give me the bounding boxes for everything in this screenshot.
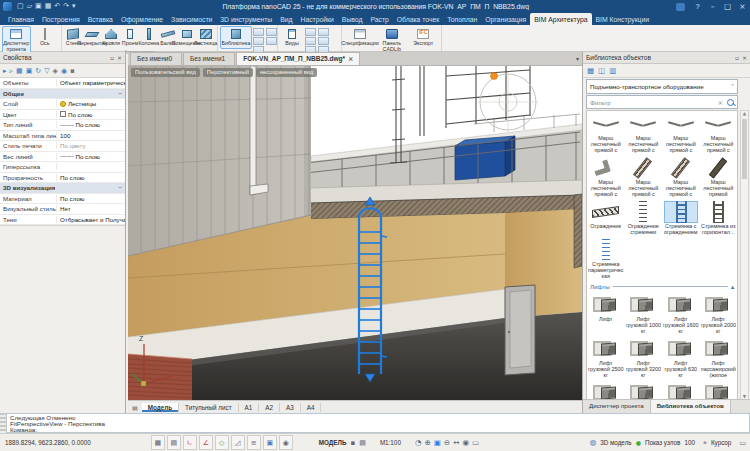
view-icons-icon[interactable]: ▦ bbox=[587, 66, 594, 75]
views-button[interactable]: Виды bbox=[280, 26, 304, 49]
property-row[interactable]: Вес линий По слою bbox=[0, 152, 125, 163]
print-icon[interactable]: ▦ bbox=[45, 0, 52, 13]
library-item[interactable]: Ограждение bbox=[587, 199, 625, 237]
select-icon[interactable]: ▸ bbox=[3, 67, 7, 75]
viewport-label-pill[interactable]: несохраненный вид bbox=[256, 68, 317, 77]
property-row[interactable]: Визуальный стиль Нет bbox=[0, 204, 125, 215]
panel-tab[interactable]: Библиотека объектов bbox=[651, 400, 731, 413]
library-item[interactable]: Марш лестничный прямой с тетивой... bbox=[625, 155, 663, 199]
ribbon-mini-icon[interactable] bbox=[305, 28, 316, 36]
library-item[interactable]: Лифт bbox=[587, 292, 625, 336]
library-item[interactable]: Лифт грузовой 1000 кг bbox=[625, 292, 663, 336]
library-item[interactable]: Марш лестничный прямой с тетивой... bbox=[662, 155, 700, 199]
ribbon-tab[interactable]: Оформление bbox=[117, 13, 167, 25]
view-mode-label[interactable]: 3D модель bbox=[600, 439, 631, 446]
ribbon-tab[interactable]: Вставка bbox=[84, 13, 117, 25]
property-row[interactable]: Тени Отбрасывает и Получает bbox=[0, 215, 125, 226]
library-item[interactable]: Лифт пассажирский (офис, банк, гост... bbox=[700, 380, 738, 400]
library-item[interactable]: Лифт грузовой 3200 кг bbox=[625, 336, 663, 380]
quick-select-icon[interactable]: ▹ bbox=[10, 67, 14, 75]
ribbon-tab[interactable]: Настройки bbox=[297, 13, 338, 25]
grid-toggle[interactable]: ▦ bbox=[151, 435, 165, 450]
sheet-icon[interactable]: ▤ bbox=[359, 439, 366, 447]
scrollbar-thumb[interactable] bbox=[742, 119, 747, 179]
library-item[interactable]: Марш лестничный прямой с площа... bbox=[587, 155, 625, 199]
maximize-button[interactable]: □ bbox=[720, 0, 735, 13]
ribbon-tab[interactable]: Зависимости bbox=[167, 13, 216, 25]
library-item[interactable]: Лифт пассажирский (жилое здание) 6... bbox=[625, 380, 663, 400]
property-row[interactable]: Материал По слою bbox=[0, 194, 125, 205]
layout-list-icon[interactable]: ▤ bbox=[128, 404, 142, 411]
property-row[interactable]: Стиль печати По цвету bbox=[0, 141, 125, 152]
library-item[interactable]: Лифт пассажирский (офис, банк, гост... bbox=[662, 380, 700, 400]
library-item[interactable]: Стремянка параметрическая bbox=[587, 237, 625, 281]
viewport-canvas[interactable]: Z bbox=[128, 66, 582, 400]
ifc-export-button[interactable]: IFC Экспорт bbox=[408, 26, 440, 49]
ortho-toggle[interactable]: ∟ bbox=[183, 435, 197, 450]
zoom-window-icon[interactable]: ▣ bbox=[434, 438, 441, 447]
ribbon-mini-icon[interactable] bbox=[253, 37, 264, 45]
property-row[interactable]: Прозрачность По слою bbox=[0, 173, 125, 184]
otrack-toggle[interactable]: ◿ bbox=[231, 435, 245, 450]
layout-tab[interactable]: Модель bbox=[142, 403, 179, 412]
ribbon-tab[interactable]: BIM Конструкции bbox=[592, 13, 654, 25]
library-item[interactable]: Марш лестничный прямой с панду... bbox=[662, 111, 700, 155]
scale-select[interactable]: М1:100 bbox=[380, 439, 401, 446]
orbit-icon[interactable]: ◉ bbox=[462, 438, 469, 447]
library-item[interactable]: Стремянка из горизонтал... bbox=[700, 199, 738, 237]
ribbon-mini-icon[interactable] bbox=[266, 28, 277, 36]
calc-icon[interactable]: ◉ bbox=[61, 67, 67, 75]
ribbon-tab[interactable]: Топоплан bbox=[443, 13, 481, 25]
property-row[interactable]: Объекты Объект параметрический bbox=[0, 78, 125, 89]
opening-button[interactable]: Проем bbox=[121, 26, 140, 49]
axis-button[interactable]: Ось bbox=[31, 26, 60, 49]
selection-cycling-toggle[interactable]: ◉ bbox=[279, 435, 293, 450]
specifications-button[interactable]: Спецификации bbox=[344, 26, 376, 49]
search-icon[interactable] bbox=[727, 99, 734, 106]
property-row[interactable]: Тип линий По слою bbox=[0, 120, 125, 131]
open-file-icon[interactable]: ▱ bbox=[27, 0, 32, 13]
polar-tracking-toggle[interactable]: ∠ bbox=[199, 435, 213, 450]
document-tab[interactable]: Без имени0 bbox=[130, 52, 182, 65]
property-row[interactable]: 3D визуализация bbox=[0, 183, 125, 194]
cursor-mode-label[interactable]: Курсор bbox=[711, 439, 731, 446]
library-item[interactable]: Лифт грузовой 2500 кг bbox=[587, 336, 625, 380]
copy-properties-icon[interactable]: ▽ bbox=[44, 67, 49, 75]
project-manager-button[interactable]: Диспетчер проекта bbox=[2, 26, 31, 54]
zoom-out-icon[interactable]: ⊖ bbox=[444, 438, 450, 447]
ribbon-mini-icon[interactable] bbox=[305, 37, 316, 45]
zoom-in-icon[interactable]: ⊕ bbox=[424, 438, 430, 447]
document-tab[interactable]: FOK-VN_AP_ПМ_П_NBB25.dwg* × bbox=[236, 52, 360, 65]
layout-tab[interactable]: А4 bbox=[301, 403, 322, 412]
library-item[interactable]: Лифт пассажирский (жилое здание) 1... bbox=[700, 336, 738, 380]
slab-button[interactable]: Перекрытие bbox=[83, 26, 102, 49]
library-section-header[interactable]: Лифты ▴ bbox=[587, 281, 737, 292]
block-edit-icon[interactable]: ▣ bbox=[26, 67, 33, 75]
dynamic-input-toggle[interactable]: ▣ bbox=[263, 435, 277, 450]
pin-icon[interactable]: ▫ bbox=[735, 54, 739, 61]
lock-icon[interactable]: ▪ bbox=[351, 439, 356, 447]
library-item[interactable]: Лифт пассажирский (жилое здание) 4... bbox=[587, 380, 625, 400]
app-logo-icon[interactable] bbox=[3, 2, 12, 11]
layout-tab[interactable]: Титульный лист bbox=[179, 403, 239, 412]
library-item[interactable]: Ограждение стремянки bbox=[625, 199, 663, 237]
pan-icon[interactable]: ◔ bbox=[415, 438, 422, 447]
ribbon-mini-icon[interactable] bbox=[318, 28, 329, 36]
grid-view-icon[interactable]: ▦ bbox=[16, 67, 23, 75]
close-icon[interactable]: × bbox=[742, 54, 747, 61]
pin-icon[interactable]: ◈ bbox=[53, 67, 58, 75]
property-row[interactable]: Общие bbox=[0, 89, 125, 100]
space-toggle[interactable]: МОДЕЛЬ bbox=[319, 439, 347, 446]
document-tab[interactable]: Без имени1 bbox=[183, 52, 235, 65]
ribbon-tab[interactable]: BIM Архитектура bbox=[530, 13, 591, 25]
close-button[interactable]: × bbox=[735, 0, 750, 13]
drawing-viewport[interactable]: Пользовательский видПерспективныйнесохра… bbox=[128, 66, 582, 400]
close-icon[interactable]: × bbox=[117, 54, 122, 61]
layout-tab[interactable]: А3 bbox=[280, 403, 301, 412]
fullscreen-icon[interactable]: ▭ bbox=[739, 439, 746, 447]
undo-icon[interactable]: ↶ bbox=[54, 0, 60, 13]
filter-icon[interactable]: ▪ bbox=[70, 67, 75, 75]
new-file-icon[interactable]: ▢ bbox=[17, 0, 24, 13]
zoom-extents-icon[interactable]: ↔ bbox=[453, 438, 459, 447]
lineweight-toggle[interactable]: ≡ bbox=[247, 435, 261, 450]
